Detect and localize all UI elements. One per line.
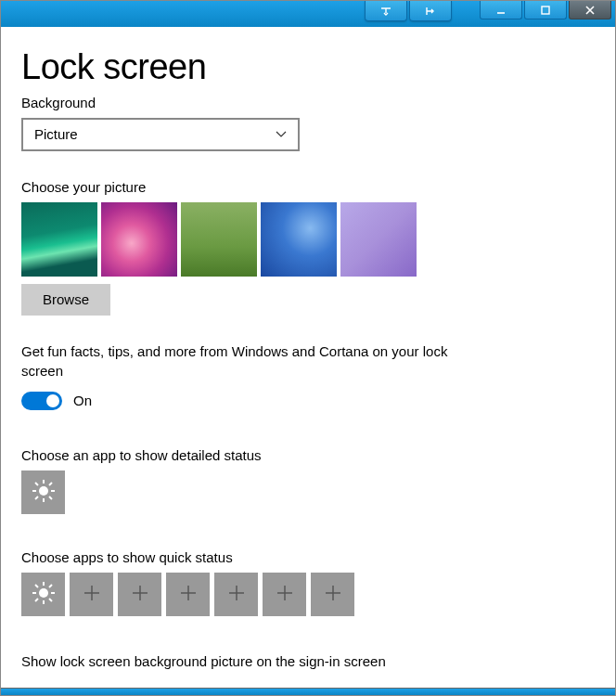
quick-app-slot-1[interactable] bbox=[21, 573, 65, 616]
weather-icon bbox=[32, 479, 56, 506]
choose-picture-label: Choose your picture bbox=[21, 179, 595, 195]
quick-app-slot-2[interactable] bbox=[70, 573, 113, 616]
background-dropdown[interactable]: Picture bbox=[21, 118, 300, 151]
pin-down-button[interactable] bbox=[365, 1, 407, 21]
plus-icon bbox=[324, 584, 342, 605]
plus-icon bbox=[179, 584, 198, 605]
picture-thumb-2[interactable] bbox=[101, 202, 177, 277]
pin-right-button[interactable] bbox=[409, 1, 452, 21]
svg-line-16 bbox=[35, 585, 38, 587]
page-title: Lock screen bbox=[21, 47, 595, 87]
svg-line-10 bbox=[49, 483, 52, 485]
quick-status-label: Choose apps to show quick status bbox=[21, 549, 595, 565]
minimize-button[interactable] bbox=[480, 1, 522, 19]
svg-rect-1 bbox=[542, 6, 549, 14]
svg-line-17 bbox=[49, 599, 52, 601]
plus-icon bbox=[227, 584, 246, 605]
background-selected: Picture bbox=[34, 126, 78, 142]
picture-thumb-4[interactable] bbox=[261, 202, 337, 277]
background-label: Background bbox=[21, 95, 595, 110]
toggle-state-label: On bbox=[73, 393, 92, 408]
fun-facts-description: Get fun facts, tips, and more from Windo… bbox=[21, 342, 467, 380]
window-footer-strip bbox=[1, 688, 615, 695]
quick-app-slot-3[interactable] bbox=[118, 573, 161, 616]
quick-app-slot-4[interactable] bbox=[166, 573, 210, 616]
svg-line-7 bbox=[35, 483, 38, 485]
fun-facts-toggle[interactable] bbox=[21, 392, 62, 410]
svg-point-11 bbox=[39, 588, 48, 598]
svg-line-19 bbox=[49, 585, 52, 587]
maximize-button[interactable] bbox=[524, 1, 567, 19]
quick-app-slot-6[interactable] bbox=[263, 573, 306, 616]
plus-icon bbox=[276, 584, 294, 605]
settings-content: Lock screen Background Picture Choose yo… bbox=[1, 27, 615, 688]
signin-picture-label: Show lock screen background picture on t… bbox=[21, 653, 595, 669]
picture-thumb-5[interactable] bbox=[340, 202, 417, 277]
plus-icon bbox=[131, 584, 149, 605]
svg-line-9 bbox=[35, 496, 38, 499]
detailed-status-label: Choose an app to show detailed status bbox=[21, 447, 595, 463]
titlebar bbox=[1, 1, 615, 27]
picture-thumb-1[interactable] bbox=[21, 202, 97, 277]
detailed-app-slot[interactable] bbox=[21, 470, 65, 514]
quick-app-slot-5[interactable] bbox=[214, 573, 258, 616]
picture-thumbnails bbox=[21, 202, 595, 277]
chevron-down-icon bbox=[276, 126, 287, 142]
svg-point-2 bbox=[39, 486, 48, 496]
svg-line-18 bbox=[35, 599, 38, 601]
plus-icon bbox=[83, 584, 101, 605]
quick-app-slot-7[interactable] bbox=[311, 573, 354, 616]
browse-button[interactable]: Browse bbox=[21, 284, 110, 316]
weather-icon bbox=[32, 581, 56, 608]
close-button[interactable] bbox=[569, 1, 611, 19]
svg-line-8 bbox=[49, 496, 52, 499]
picture-thumb-3[interactable] bbox=[181, 202, 257, 277]
